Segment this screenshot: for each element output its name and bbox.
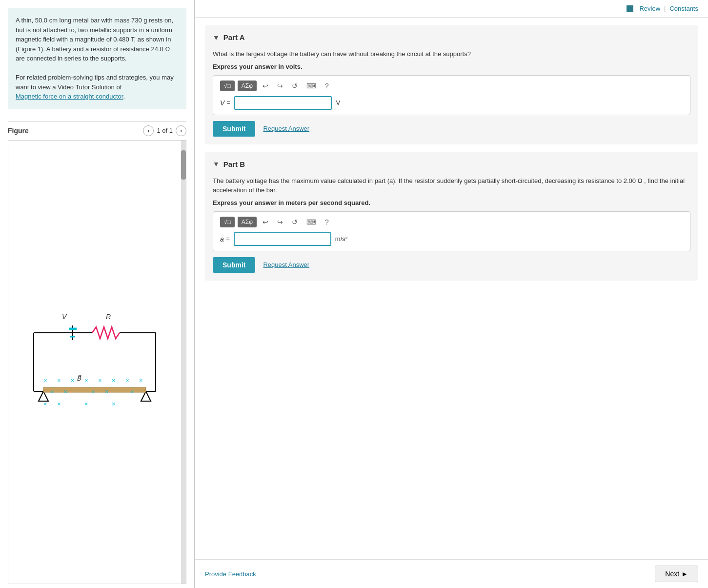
problem-tip-text: For related problem-solving tips and str…: [16, 73, 179, 101]
svg-text:×: ×: [57, 400, 61, 407]
part-b-sqrt-btn[interactable]: √□: [220, 217, 235, 227]
part-a-keyboard-btn[interactable]: ⌨: [303, 81, 319, 91]
part-a-action-row: Submit Request Answer: [213, 121, 690, 137]
svg-text:×: ×: [43, 400, 47, 407]
part-b-undo-btn[interactable]: ↩: [260, 217, 271, 227]
part-b-input-label: a =: [220, 235, 230, 243]
part-b-answer-input[interactable]: [234, 232, 331, 246]
scrollbar[interactable]: [181, 141, 186, 584]
figure-next-button[interactable]: ›: [176, 125, 186, 136]
part-a-unit: V: [336, 99, 340, 106]
svg-text:×: ×: [84, 400, 88, 407]
part-b-help-btn[interactable]: ?: [322, 217, 332, 227]
svg-text:B⃗: B⃗: [77, 374, 81, 382]
part-b-input-row: a = m/s²: [220, 232, 683, 246]
part-a-sqrt-btn[interactable]: √□: [220, 81, 235, 91]
part-a-symbol-btn[interactable]: AΣφ: [238, 81, 257, 91]
svg-text:×: ×: [91, 388, 95, 395]
part-a-request-answer-button[interactable]: Request Answer: [263, 125, 309, 132]
part-a-section: ▼ Part A What is the largest voltage the…: [205, 25, 698, 144]
svg-text:×: ×: [71, 377, 75, 384]
part-a-label: Part A: [223, 33, 245, 41]
problem-description: A thin, 50.0 cm long metal bar with mass…: [8, 8, 186, 109]
next-arrow-icon: ►: [681, 570, 688, 578]
svg-marker-11: [39, 391, 48, 401]
right-panel: Review | Constants ▼ Part A What is the …: [195, 0, 708, 588]
figure-nav: ‹ 1 of 1 ›: [143, 125, 186, 136]
part-a-express: Express your answer in volts.: [213, 63, 690, 70]
part-b-label: Part B: [223, 160, 245, 168]
svg-text:V: V: [62, 313, 67, 321]
svg-marker-12: [141, 391, 151, 401]
bottom-bar: Provide Feedback Next ►: [195, 559, 708, 588]
part-a-toolbar: √□ AΣφ ↩ ↪ ↺ ⌨ ?: [220, 81, 683, 91]
part-b-express: Express your answer in meters per second…: [213, 199, 690, 206]
scrollbar-thumb: [181, 150, 186, 180]
left-panel: A thin, 50.0 cm long metal bar with mass…: [0, 0, 195, 588]
tutor-link[interactable]: Magnetic force on a straight conductor: [16, 93, 123, 100]
svg-text:×: ×: [50, 388, 54, 395]
svg-text:R: R: [106, 313, 111, 321]
part-a-input-label: V =: [220, 99, 230, 107]
figure-header: Figure ‹ 1 of 1 ›: [8, 122, 186, 140]
svg-text:×: ×: [105, 388, 109, 395]
part-a-header: ▼ Part A: [213, 33, 690, 41]
top-bar: Review | Constants: [195, 0, 708, 18]
part-b-submit-button[interactable]: Submit: [213, 257, 255, 273]
part-a-answer-input[interactable]: [234, 96, 332, 110]
problem-main-text: A thin, 50.0 cm long metal bar with mass…: [16, 16, 179, 63]
svg-text:×: ×: [130, 388, 134, 395]
part-b-action-row: Submit Request Answer: [213, 257, 690, 273]
part-a-input-row: V = V: [220, 96, 683, 110]
separator: |: [664, 5, 666, 12]
part-a-refresh-btn[interactable]: ↺: [289, 81, 301, 91]
part-a-answer-box: √□ AΣφ ↩ ↪ ↺ ⌨ ? V = V: [213, 75, 690, 115]
svg-text:×: ×: [84, 377, 88, 384]
part-b-request-answer-button[interactable]: Request Answer: [263, 261, 309, 268]
part-b-header: ▼ Part B: [213, 160, 690, 168]
next-label: Next: [665, 570, 679, 578]
part-b-answer-box: √□ AΣφ ↩ ↪ ↺ ⌨ ? a = m/s²: [213, 211, 690, 251]
svg-text:×: ×: [43, 377, 47, 384]
part-a-question: What is the largest voltage the battery …: [213, 49, 690, 59]
svg-text:×: ×: [112, 400, 116, 407]
part-b-collapse-icon[interactable]: ▼: [213, 160, 220, 168]
svg-text:×: ×: [64, 388, 68, 395]
svg-text:×: ×: [112, 377, 116, 384]
circuit-svg: V R: [19, 308, 170, 416]
part-a-redo-btn[interactable]: ↪: [274, 81, 286, 91]
content-area: ▼ Part A What is the largest voltage the…: [195, 18, 708, 559]
part-a-undo-btn[interactable]: ↩: [260, 81, 271, 91]
next-button[interactable]: Next ►: [655, 566, 698, 582]
part-a-submit-button[interactable]: Submit: [213, 121, 255, 137]
circuit-diagram: V R: [8, 141, 181, 584]
part-b-question: The battery voltage has the maximum valu…: [213, 176, 690, 195]
part-b-refresh-btn[interactable]: ↺: [289, 217, 301, 227]
part-b-redo-btn[interactable]: ↪: [274, 217, 286, 227]
svg-text:×: ×: [125, 377, 129, 384]
part-b-section: ▼ Part B The battery voltage has the max…: [205, 152, 698, 281]
constants-link[interactable]: Constants: [669, 5, 698, 12]
svg-text:×: ×: [98, 377, 102, 384]
figure-prev-button[interactable]: ‹: [143, 125, 154, 136]
review-icon: [627, 5, 633, 12]
part-a-help-btn[interactable]: ?: [322, 81, 332, 91]
figure-section: Figure ‹ 1 of 1 › V R: [8, 121, 186, 588]
figure-canvas: V R: [8, 140, 186, 585]
part-b-toolbar: √□ AΣφ ↩ ↪ ↺ ⌨ ?: [220, 217, 683, 227]
svg-text:×: ×: [57, 377, 61, 384]
part-b-symbol-btn[interactable]: AΣφ: [238, 217, 257, 227]
review-link[interactable]: Review: [639, 5, 660, 12]
figure-label: Figure: [8, 127, 29, 135]
part-a-collapse-icon[interactable]: ▼: [213, 34, 220, 41]
figure-count: 1 of 1: [157, 127, 173, 134]
part-b-keyboard-btn[interactable]: ⌨: [303, 217, 319, 227]
svg-text:×: ×: [139, 377, 143, 384]
provide-feedback-button[interactable]: Provide Feedback: [205, 570, 256, 578]
part-b-unit: m/s²: [335, 235, 347, 243]
